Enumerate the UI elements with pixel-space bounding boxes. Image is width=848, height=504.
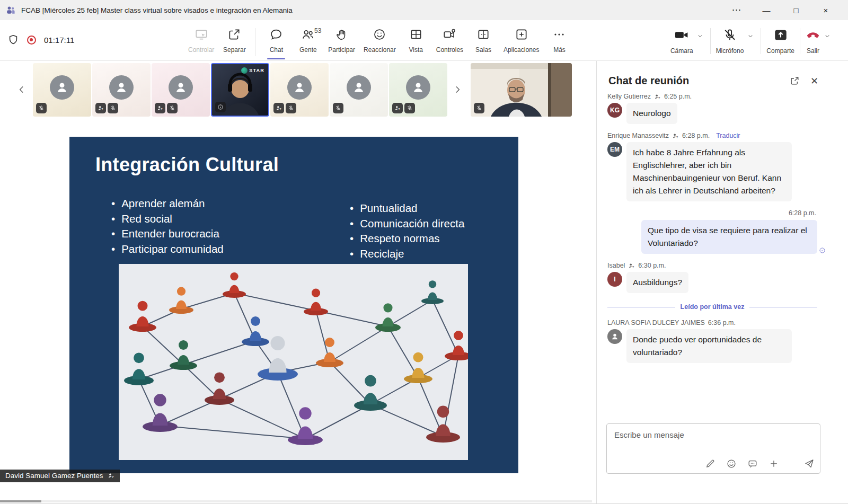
presentation-slide: Integración Cultural Aprender alemán Red… (69, 137, 518, 473)
rooms-button[interactable]: Salas (468, 25, 499, 59)
meeting-timer: 01:17:11 (44, 36, 74, 45)
active-speaker-tile[interactable]: STAR (211, 63, 269, 117)
participant-tiles: STAR (33, 63, 447, 117)
toolbar-right: Cámara Micrófono Comparte (669, 25, 833, 57)
more-button[interactable]: Más (544, 25, 575, 59)
mic-muted-icon (286, 103, 296, 113)
slide-bullet: Comunicación directa (350, 216, 464, 232)
slide-bullet: Entender burocracia (111, 226, 224, 242)
chat-button[interactable]: Chat (261, 25, 292, 59)
message-bubble: Ich habe 8 Jahre Erfahrung als Englischl… (626, 142, 792, 201)
popout-icon (227, 28, 241, 43)
chat-message: LAURA SOFIA DULCEY JAIMES 6:36 p.m. Dond… (607, 319, 817, 363)
slide-bullet: Respeto normas (350, 231, 464, 246)
participant-tile[interactable] (152, 63, 210, 117)
brand-logo-icon (241, 67, 248, 74)
participant-tile[interactable] (389, 63, 447, 117)
window-close-icon[interactable]: × (811, 0, 841, 20)
controls-icon (443, 28, 456, 43)
apps-button[interactable]: Aplicaciones (500, 25, 543, 59)
raise-hand-icon (335, 28, 349, 43)
attach-plus-icon[interactable] (768, 458, 779, 469)
window-controls: ⋯ — □ × (722, 0, 841, 20)
toolbar-divider (710, 28, 711, 54)
compose-toolbar (705, 458, 815, 469)
participant-tile[interactable] (270, 63, 329, 117)
leave-options-chevron-icon[interactable] (822, 25, 833, 49)
mic-muted-icon (108, 103, 118, 113)
microphone-button[interactable]: Micrófono (715, 25, 745, 57)
people-icon (301, 28, 315, 43)
participant-tile[interactable] (330, 63, 388, 117)
attendee-role-icon (155, 103, 165, 113)
send-icon[interactable] (803, 458, 815, 469)
format-pen-icon[interactable] (705, 458, 716, 469)
window-more-icon[interactable]: ⋯ (722, 0, 752, 20)
attendee-role-icon (654, 93, 661, 100)
share-button[interactable]: Comparte (765, 25, 796, 57)
mic-muted-icon (167, 103, 178, 113)
message-author: LAURA SOFIA DULCEY JAIMES (607, 319, 705, 326)
scrollbar-thumb[interactable] (0, 500, 41, 502)
message-author: Enrique Manassevitz (607, 132, 669, 139)
window-minimize-icon[interactable]: — (752, 0, 781, 20)
more-dots-icon (552, 28, 566, 43)
controls-button[interactable]: Controles (432, 25, 467, 59)
meeting-stage-column: STAR (0, 61, 596, 503)
camera-icon (674, 28, 689, 44)
message-bubble: Ausbildungs? (626, 272, 688, 293)
camera-options-chevron-icon[interactable] (694, 25, 706, 49)
chat-bubble-options-icon[interactable] (747, 458, 758, 469)
breakout-rooms-icon (476, 28, 490, 43)
message-time: 6:28 p.m. (607, 209, 817, 217)
control-button: Controlar (184, 25, 218, 59)
chat-header: Chat de reunión ✕ (597, 61, 848, 91)
emoji-icon[interactable] (726, 458, 737, 469)
microphone-options-chevron-icon[interactable] (745, 25, 756, 49)
participant-filmstrip: STAR (0, 61, 596, 118)
avatar (287, 75, 312, 100)
popout-button[interactable]: Separar (219, 25, 250, 59)
slide-bullets-left: Aprender alemán Red social Entender buro… (111, 196, 224, 257)
participant-count: 53 (314, 27, 321, 34)
teams-logo-icon (5, 5, 16, 15)
people-button[interactable]: 53 Gente (293, 25, 323, 59)
participant-tile[interactable] (92, 63, 151, 117)
chat-message: Isabel 6:30 p.m. I Ausbildungs? (607, 262, 817, 293)
translate-link[interactable]: Traducir (716, 132, 740, 139)
camera-button[interactable]: Cámara (669, 25, 694, 57)
avatar: KG (607, 103, 622, 118)
filmstrip-prev-chevron-icon[interactable] (15, 77, 29, 102)
meeting-toolbar: 01:17:11 Controlar Separar Chat 53 Gente (0, 20, 848, 61)
webcam-tile[interactable] (471, 63, 572, 117)
teams-meeting-window: FCAB [Miércoles 25 feb] Master class vir… (0, 0, 848, 504)
participant-tile[interactable] (33, 63, 91, 117)
react-button[interactable]: Reaccionar (360, 25, 400, 59)
attendee-role-icon (108, 472, 114, 479)
apps-icon (515, 28, 528, 43)
chat-title: Chat de reunión (608, 75, 779, 87)
chat-message: Enrique Manassevitz 6:28 p.m. Traducir E… (607, 132, 817, 201)
view-button[interactable]: Vista (401, 25, 431, 59)
window-maximize-icon[interactable]: □ (781, 0, 811, 20)
mic-muted-icon (36, 103, 47, 113)
compose-area: Escribe un mensaje (597, 420, 848, 503)
avatar (109, 75, 134, 100)
content-scrollbar[interactable] (0, 500, 592, 502)
toolbar-divider (800, 28, 800, 54)
info-icon (215, 102, 226, 112)
shield-icon (7, 34, 19, 46)
raise-hand-button[interactable]: Participar (324, 25, 359, 59)
leave-group: Salir (805, 25, 833, 57)
hang-up-icon (806, 28, 820, 44)
leave-button[interactable]: Salir (805, 25, 822, 57)
chat-message-list: Kelly Gutierrez 6:25 p.m. KG Neurologo E… (597, 91, 848, 420)
avatar: I (607, 272, 622, 287)
filmstrip-next-chevron-icon[interactable] (450, 77, 464, 102)
read-receipt-icon (819, 247, 826, 254)
message-input[interactable]: Escribe un mensaje (606, 423, 820, 474)
close-chat-icon[interactable]: ✕ (810, 75, 818, 87)
react-smiley-icon (373, 28, 386, 43)
message-author: Isabel (607, 262, 625, 269)
popout-chat-icon[interactable] (790, 76, 800, 86)
